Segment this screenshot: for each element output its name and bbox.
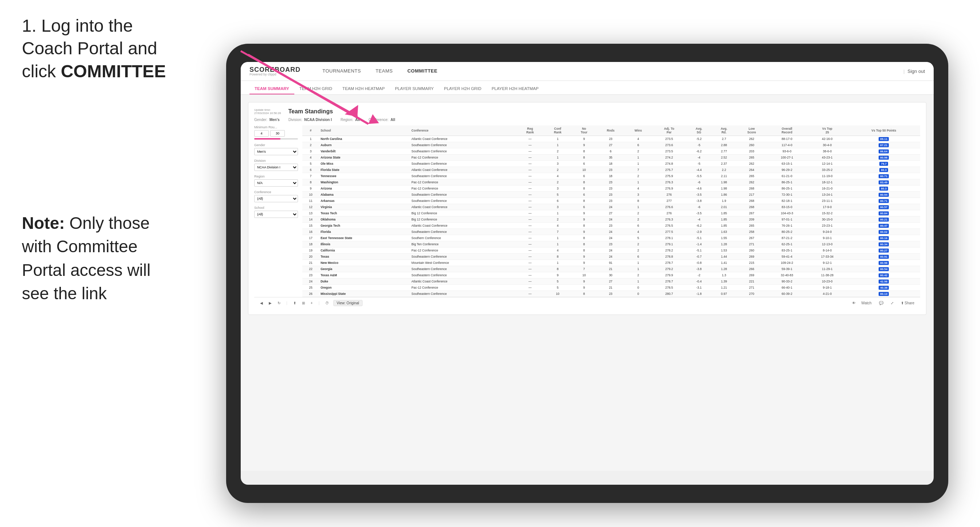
toolbar-add-btn[interactable]: + — [309, 300, 314, 306]
table-cell: 79.7 — [847, 161, 920, 167]
school-select[interactable]: (All) — [254, 211, 298, 218]
table-cell: — — [516, 136, 544, 142]
table-cell: — — [516, 142, 544, 148]
toolbar-bookmark-btn[interactable]: ⊞ — [301, 300, 306, 306]
sub-nav-player-h2h-grid[interactable]: PLAYER H2H GRID — [439, 86, 487, 94]
toolbar-chat-btn[interactable]: 💬 — [878, 300, 885, 306]
table-cell: Southeastern Conference — [410, 254, 516, 260]
sub-nav-player-h2h-heatmap[interactable]: PLAYER H2H HEATMAP — [487, 86, 544, 94]
logo-area: SCOREBOARD Powered by clippd — [250, 66, 301, 76]
table-cell: 276.9 — [652, 186, 686, 192]
table-row: 20TexasSoutheastern Conference—89246278.… — [302, 254, 920, 260]
table-cell: 4 — [625, 186, 652, 192]
watch-btn[interactable]: Watch — [860, 300, 873, 306]
th-low-score: LowScore — [737, 125, 767, 136]
table-cell: Southeastern Conference — [410, 229, 516, 235]
table-cell: 260 — [737, 248, 767, 254]
table-cell: 275.9 — [652, 173, 686, 179]
sign-out-button[interactable]: Sign out — [904, 68, 925, 74]
table-cell: Pac-12 Conference — [410, 285, 516, 291]
table-cell: 23 — [597, 179, 625, 186]
table-cell: 2.01 — [711, 204, 737, 210]
conference-filter-display: Conference: All — [369, 118, 395, 122]
table-cell: 1 — [625, 161, 652, 167]
gender-select[interactable]: Men's — [254, 148, 298, 155]
table-cell: 18-12-1 — [807, 179, 847, 186]
table-cell: — — [516, 167, 544, 173]
table-cell: — — [516, 229, 544, 235]
table-cell: 1.85 — [711, 210, 737, 216]
min-rounds-min-input[interactable] — [254, 130, 269, 137]
toolbar-expand-btn[interactable]: ⤢ — [889, 300, 895, 306]
table-cell: 96-29-2 — [767, 167, 807, 173]
table-cell: 80.98 — [847, 154, 920, 161]
table-cell: 12 — [302, 204, 319, 210]
table-cell: — — [516, 161, 544, 167]
region-select[interactable]: N/A — [254, 179, 298, 187]
table-cell: Duke — [319, 278, 410, 285]
table-cell: 2 — [625, 210, 652, 216]
sub-nav-player-summary[interactable]: PLAYER SUMMARY — [390, 86, 439, 94]
table-cell: 1 — [302, 136, 319, 142]
table-cell: Arkansas — [319, 198, 410, 204]
toolbar-refresh-btn[interactable]: ↻ — [276, 300, 282, 306]
conference-select[interactable]: (All) — [254, 195, 298, 202]
nav-teams[interactable]: TEAMS — [368, 62, 400, 81]
toolbar-right: 👁 Watch 💬 ⤢ ⬆ Share — [852, 300, 916, 306]
table-cell: 40.38 — [847, 285, 920, 291]
table-cell: 17-9-0 — [807, 204, 847, 210]
table-cell: 9-12-1 — [807, 260, 847, 266]
table-cell: 11 — [302, 198, 319, 204]
table-cell: 87-21-2 — [767, 235, 807, 241]
table-cell: -5.1 — [686, 235, 711, 241]
toolbar-share-btn[interactable]: ⬆ — [292, 300, 298, 306]
watch-icon: 👁 — [852, 301, 856, 305]
table-cell: -0.4 — [686, 278, 711, 285]
table-cell: 14 — [302, 216, 319, 223]
min-rounds-max-input[interactable] — [270, 130, 285, 137]
table-cell: 6 — [571, 173, 597, 179]
table-cell: — — [516, 154, 544, 161]
table-row: 26Mississippi StateSoutheastern Conferen… — [302, 291, 920, 297]
table-cell: 30-15-0 — [807, 216, 847, 223]
table-cell: — — [516, 223, 544, 229]
table-cell: -4.6 — [686, 186, 711, 192]
table-cell: 279.1 — [652, 241, 686, 248]
table-cell: 2 — [544, 167, 571, 173]
region-filter-label: Region — [254, 175, 298, 178]
table-cell: 276 — [652, 192, 686, 198]
sub-nav-team-h2h-heatmap[interactable]: TEAM H2H HEATMAP — [337, 86, 390, 94]
sub-nav-team-summary[interactable]: TEAM SUMMARY — [250, 86, 294, 94]
table-cell: 1.98 — [711, 179, 737, 186]
table-cell: 273.6 — [652, 142, 686, 148]
table-cell: 80.21 — [847, 216, 920, 223]
table-cell: 2 — [544, 179, 571, 186]
toolbar-back-btn[interactable]: ◀ — [259, 300, 264, 306]
division-select[interactable]: NCAA Division I — [254, 163, 298, 171]
table-cell: 1.21 — [711, 285, 737, 291]
table-cell: 80.27 — [847, 248, 920, 254]
toolbar-forward-btn[interactable]: ▶ — [267, 300, 273, 306]
sub-nav-team-h2h-grid[interactable]: TEAM H2H GRID — [294, 86, 337, 94]
toolbar-sep-1: | — [286, 301, 287, 305]
view-original-btn[interactable]: View: Original — [333, 300, 363, 306]
table-cell: 1.85 — [711, 223, 737, 229]
table-cell: Texas — [319, 254, 410, 260]
table-cell: 278.8 — [652, 254, 686, 260]
table-cell: 265 — [737, 223, 767, 229]
table-cell: — — [516, 266, 544, 272]
nav-tournaments[interactable]: TOURNAMENTS — [315, 62, 368, 81]
table-cell: 20 — [302, 254, 319, 260]
nav-committee[interactable]: COMMITTEE — [400, 62, 445, 81]
content-card: Update time: 27/03/2024 16:56:26 Team St… — [248, 102, 926, 315]
table-cell: -5.5 — [686, 173, 711, 179]
table-cell: 35 — [597, 154, 625, 161]
table-row: 16FloridaSoutheastern Conference—7924427… — [302, 229, 920, 235]
toolbar-clock-btn[interactable]: ⏱ — [324, 300, 331, 306]
table-cell: 7 — [544, 229, 571, 235]
table-cell: 4 — [625, 136, 652, 142]
table-cell: 8 — [571, 154, 597, 161]
share-btn[interactable]: ⬆ Share — [899, 300, 916, 306]
table-cell: 5 — [544, 278, 571, 285]
table-cell: 18 — [302, 241, 319, 248]
